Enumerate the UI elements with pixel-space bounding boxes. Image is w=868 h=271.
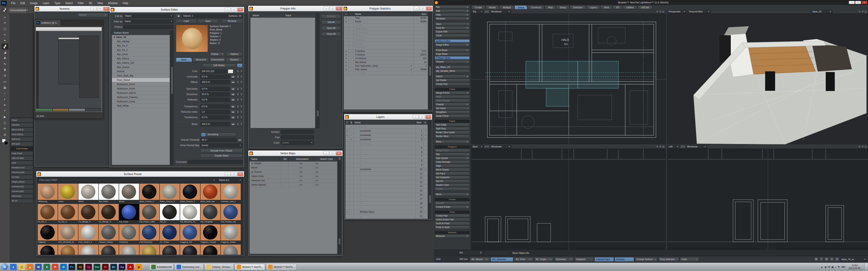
envelope-button[interactable]: E <box>237 110 239 114</box>
texture-button[interactable]: T <box>240 80 243 84</box>
surface-row[interactable]: Ajto_Fa_V <box>112 48 170 52</box>
layer-row[interactable]: ✓-Window Glass20• <box>345 210 428 214</box>
vmap-selector[interactable]: lakas_74_uv▼ <box>840 257 867 262</box>
sidebar-border-slice[interactable]: Border Slice <box>435 135 470 138</box>
close-button[interactable]: × <box>426 115 431 119</box>
layer-foreground-toggle[interactable] <box>345 176 349 180</box>
surface-list-scrollbar[interactable] <box>170 31 174 165</box>
collapse-minus[interactable]: - <box>349 16 354 20</box>
polygon-statistics-titlebar[interactable]: Polygon Statistics – □ × <box>343 6 433 11</box>
expand-plus[interactable]: + <box>344 35 349 38</box>
layer-row[interactable]: ✓-(unnamed)2• <box>345 133 428 138</box>
collapse-minus[interactable]: - <box>349 20 354 23</box>
layer-row[interactable]: ✓-(unnamed)1• <box>345 129 428 133</box>
vmap-mode-w[interactable]: W <box>814 257 818 262</box>
tab-lwcad[interactable]: LWCAD <box>638 5 653 9</box>
menu-window[interactable]: Window <box>105 0 120 6</box>
layer-row[interactable]: -8 <box>345 159 428 163</box>
sidebar-export-fbx[interactable]: Export FBX <box>435 30 470 33</box>
preset-swatch[interactable]: Fa_Wenge_V <box>99 204 119 224</box>
vertex-maps-list[interactable]: NameSelInterpolationSketch Color ► Weigh… <box>249 157 338 254</box>
preset-swatch[interactable]: Festmeny <box>119 224 139 244</box>
preset-swatch[interactable]: Arany <box>58 183 78 203</box>
menu-file[interactable]: File <box>8 0 18 6</box>
sidebar-close[interactable]: Close <box>435 34 470 37</box>
status-numeric[interactable]: Numericn <box>615 257 634 262</box>
sidebar-spin-quads[interactable]: Spin Quads^K <box>435 157 470 160</box>
edit-nodes-checkbox[interactable]: ✓ <box>237 64 243 68</box>
texture-button[interactable]: T <box>240 92 243 96</box>
layer-foreground-toggle[interactable] <box>345 163 349 167</box>
tab-construct[interactable]: Construct <box>528 5 545 9</box>
sidebar-file[interactable]: File▼ <box>435 5 470 9</box>
close-button[interactable]: × <box>103 7 109 11</box>
layer-background-toggle[interactable] <box>349 189 353 193</box>
layer-background-toggle[interactable] <box>349 193 353 197</box>
stat-row[interactable]: +-Curves0 <box>344 24 428 27</box>
lwcad-clone[interactable]: Clone <box>11 118 33 123</box>
maximize-button[interactable]: □ <box>330 151 336 156</box>
layer-background-toggle[interactable]: - <box>349 167 353 171</box>
channel-value[interactable]: 0.0 % <box>200 115 230 120</box>
channel-value[interactable]: 0.0 % <box>200 105 230 109</box>
status-catmull-clark[interactable]: Catmull-Clark <box>594 257 614 262</box>
show-desktop-button[interactable] <box>864 263 867 271</box>
menu-help[interactable]: Help <box>120 0 131 6</box>
layer-foreground-toggle[interactable]: ✓ <box>345 133 349 137</box>
stat-row[interactable]: +-Surf: Nyilaszaro_Uveg▼2 <box>344 64 428 68</box>
surface-field[interactable] <box>281 130 314 134</box>
sidebar-swap-points[interactable]: Swap Points <box>435 114 470 118</box>
sidebar-set-subpatch[interactable]: Set Subpatch <box>435 176 470 179</box>
layer-row[interactable]: -9 <box>345 163 428 167</box>
status-change-surface[interactable]: Change Surfaceq <box>635 257 657 262</box>
menu-type[interactable]: Type <box>52 0 63 6</box>
modeler-titlebar[interactable]: Modeler™ NewTek LightWave™ 11.6 (Win64) … <box>434 0 868 5</box>
healing-brush-tool-icon[interactable]: ✚ <box>2 55 8 61</box>
preset-swatch[interactable] <box>200 245 220 255</box>
sidebar-surfs-to-parts[interactable]: Surfs to Parts <box>435 222 470 225</box>
layer-foreground-toggle[interactable] <box>345 172 349 176</box>
start-button[interactable]: ⊞ <box>1 264 8 270</box>
menu-view[interactable]: View <box>95 0 105 6</box>
collapse-minus[interactable]: - <box>349 31 354 34</box>
layer-background-toggle[interactable] <box>349 146 353 150</box>
button-open-all[interactable]: Open All <box>321 26 341 31</box>
tab-advanced[interactable]: Advanced <box>193 58 209 62</box>
collapse-minus[interactable]: - <box>349 27 354 31</box>
rotate-icon[interactable]: ↺ <box>659 10 661 13</box>
layer-foreground-toggle[interactable] <box>345 180 349 184</box>
channel-stepper[interactable]: ◀▶ <box>230 110 236 114</box>
envelope-button[interactable]: E <box>237 87 239 91</box>
texture-button[interactable]: T <box>240 105 243 109</box>
close-button[interactable]: × <box>426 6 432 11</box>
sidebar-sel-points[interactable]: Sel Points <box>435 78 470 82</box>
channel-value[interactable]: 1.0 <box>200 110 230 114</box>
layer-row[interactable]: -18 <box>345 201 428 206</box>
media-player-icon[interactable]: ▲ <box>27 264 33 270</box>
preset-swatch[interactable]: Csempe_Lace_I <box>221 183 241 203</box>
tab-layers[interactable]: Layers <box>586 5 600 9</box>
status-drop-selection[interactable]: Drop Selection/ <box>658 257 679 262</box>
outlook-icon[interactable]: O <box>60 264 67 270</box>
stat-row[interactable]: +-2 Vertices0 <box>344 46 428 49</box>
sidebar-set-face[interactable]: Set Face <box>435 172 470 175</box>
comment-input[interactable] <box>188 160 243 164</box>
sidebar-edge-mode[interactable]: Edge Mode <box>435 53 470 56</box>
layer-foreground-toggle[interactable] <box>345 201 349 205</box>
sidebar-edit[interactable]: Edit▼ <box>435 9 470 13</box>
expand-plus[interactable]: + <box>344 64 349 68</box>
status-ac-pivot[interactable]: AC: Pivot+F7 <box>514 257 533 262</box>
layer-background-toggle[interactable] <box>349 214 353 218</box>
render-mode-dropdown[interactable]: Wireframe▼ <box>686 145 707 148</box>
display-dropdown[interactable]: Display▼ <box>210 52 225 56</box>
channel-stepper[interactable]: ◀▶ <box>230 105 236 109</box>
layer-background-toggle[interactable] <box>349 206 353 210</box>
numeric-titlebar[interactable]: Numeric – □ × <box>35 6 110 11</box>
layers-titlebar[interactable]: Layers – □ × <box>344 114 432 120</box>
stat-row[interactable]: +-Non-planar14 <box>344 61 428 64</box>
expand-plus[interactable]: + <box>344 24 349 27</box>
layer-background-toggle[interactable] <box>349 180 353 184</box>
menu-filter[interactable]: Filter <box>75 0 86 6</box>
marquee-tool-icon[interactable]: ▢ <box>2 26 8 32</box>
maximize-button[interactable]: □ <box>231 172 237 176</box>
